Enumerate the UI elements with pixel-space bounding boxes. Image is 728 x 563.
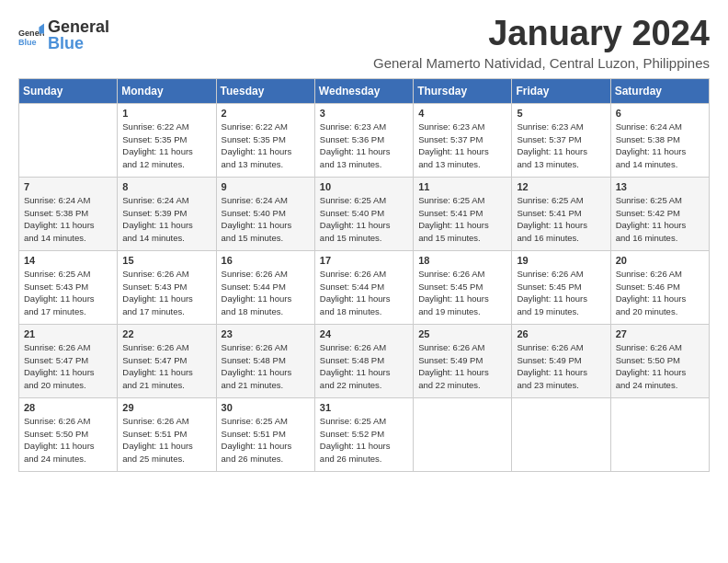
calendar-cell: 5Sunrise: 6:23 AM Sunset: 5:37 PM Daylig… [512, 103, 610, 177]
day-number: 24 [320, 328, 408, 339]
calendar-cell: 25Sunrise: 6:26 AM Sunset: 5:49 PM Dayli… [414, 324, 512, 397]
day-number: 27 [616, 328, 704, 339]
day-number: 14 [24, 255, 112, 266]
calendar-cell: 12Sunrise: 6:25 AM Sunset: 5:41 PM Dayli… [512, 177, 610, 250]
day-info: Sunrise: 6:26 AM Sunset: 5:44 PM Dayligh… [222, 268, 310, 318]
calendar-cell: 31Sunrise: 6:25 AM Sunset: 5:52 PM Dayli… [314, 397, 413, 471]
logo-blue: Blue [48, 35, 109, 52]
day-number: 16 [222, 255, 310, 266]
day-info: Sunrise: 6:24 AM Sunset: 5:39 PM Dayligh… [122, 194, 210, 245]
calendar-cell: 27Sunrise: 6:26 AM Sunset: 5:50 PM Dayli… [610, 324, 709, 397]
day-number: 30 [222, 402, 310, 413]
calendar-cell [512, 397, 610, 471]
day-number: 7 [24, 181, 112, 192]
calendar-cell: 28Sunrise: 6:26 AM Sunset: 5:50 PM Dayli… [19, 397, 118, 471]
location-title: General Mamerto Natividad, Central Luzon… [373, 55, 710, 71]
day-number: 10 [320, 181, 408, 192]
day-info: Sunrise: 6:24 AM Sunset: 5:38 PM Dayligh… [24, 194, 112, 245]
calendar-week-5: 28Sunrise: 6:26 AM Sunset: 5:50 PM Dayli… [19, 397, 710, 471]
calendar-cell: 22Sunrise: 6:26 AM Sunset: 5:47 PM Dayli… [118, 324, 216, 397]
calendar-cell: 18Sunrise: 6:26 AM Sunset: 5:45 PM Dayli… [414, 250, 512, 324]
day-info: Sunrise: 6:23 AM Sunset: 5:37 PM Dayligh… [517, 121, 605, 171]
day-info: Sunrise: 6:25 AM Sunset: 5:52 PM Dayligh… [320, 415, 408, 465]
day-info: Sunrise: 6:26 AM Sunset: 5:43 PM Dayligh… [122, 268, 210, 318]
day-info: Sunrise: 6:26 AM Sunset: 5:50 PM Dayligh… [616, 341, 704, 392]
day-number: 20 [616, 255, 704, 266]
weekday-header-wednesday: Wednesday [314, 78, 413, 103]
calendar-cell: 30Sunrise: 6:25 AM Sunset: 5:51 PM Dayli… [216, 397, 314, 471]
weekday-header-row: SundayMondayTuesdayWednesdayThursdayFrid… [19, 78, 710, 103]
calendar-cell: 7Sunrise: 6:24 AM Sunset: 5:38 PM Daylig… [19, 177, 118, 250]
logo-general: General [48, 18, 109, 35]
logo: General Blue General Blue [18, 18, 109, 52]
day-info: Sunrise: 6:25 AM Sunset: 5:51 PM Dayligh… [222, 415, 310, 465]
calendar-body: 1Sunrise: 6:22 AM Sunset: 5:35 PM Daylig… [19, 103, 710, 471]
calendar-cell: 8Sunrise: 6:24 AM Sunset: 5:39 PM Daylig… [118, 177, 216, 250]
calendar-cell: 23Sunrise: 6:26 AM Sunset: 5:48 PM Dayli… [216, 324, 314, 397]
svg-text:Blue: Blue [18, 38, 37, 47]
day-info: Sunrise: 6:26 AM Sunset: 5:48 PM Dayligh… [222, 341, 310, 392]
day-number: 22 [122, 328, 210, 339]
day-info: Sunrise: 6:26 AM Sunset: 5:51 PM Dayligh… [122, 415, 210, 465]
svg-marker-2 [39, 23, 44, 33]
day-number: 17 [320, 255, 408, 266]
day-info: Sunrise: 6:22 AM Sunset: 5:35 PM Dayligh… [122, 121, 210, 171]
day-number: 2 [222, 108, 310, 119]
weekday-header-friday: Friday [512, 78, 610, 103]
calendar-week-4: 21Sunrise: 6:26 AM Sunset: 5:47 PM Dayli… [19, 324, 710, 397]
day-number: 12 [517, 181, 605, 192]
day-number: 3 [320, 108, 408, 119]
calendar-cell: 29Sunrise: 6:26 AM Sunset: 5:51 PM Dayli… [118, 397, 216, 471]
calendar-cell [414, 397, 512, 471]
day-info: Sunrise: 6:26 AM Sunset: 5:45 PM Dayligh… [517, 268, 605, 318]
calendar-cell: 24Sunrise: 6:26 AM Sunset: 5:48 PM Dayli… [314, 324, 413, 397]
day-number: 18 [418, 255, 506, 266]
calendar-cell: 15Sunrise: 6:26 AM Sunset: 5:43 PM Dayli… [118, 250, 216, 324]
calendar-cell: 3Sunrise: 6:23 AM Sunset: 5:36 PM Daylig… [314, 103, 413, 177]
day-info: Sunrise: 6:26 AM Sunset: 5:46 PM Dayligh… [616, 268, 704, 318]
day-number: 29 [122, 402, 210, 413]
day-number: 25 [418, 328, 506, 339]
weekday-header-tuesday: Tuesday [216, 78, 314, 103]
day-number: 31 [320, 402, 408, 413]
day-info: Sunrise: 6:26 AM Sunset: 5:47 PM Dayligh… [24, 341, 112, 392]
day-info: Sunrise: 6:25 AM Sunset: 5:40 PM Dayligh… [320, 194, 408, 245]
day-info: Sunrise: 6:26 AM Sunset: 5:45 PM Dayligh… [418, 268, 506, 318]
day-info: Sunrise: 6:26 AM Sunset: 5:48 PM Dayligh… [320, 341, 408, 392]
calendar-cell: 1Sunrise: 6:22 AM Sunset: 5:35 PM Daylig… [118, 103, 216, 177]
day-info: Sunrise: 6:23 AM Sunset: 5:36 PM Dayligh… [320, 121, 408, 171]
day-number: 11 [418, 181, 506, 192]
day-info: Sunrise: 6:23 AM Sunset: 5:37 PM Dayligh… [418, 121, 506, 171]
day-number: 23 [222, 328, 310, 339]
day-info: Sunrise: 6:22 AM Sunset: 5:35 PM Dayligh… [222, 121, 310, 171]
month-title: January 2024 [373, 15, 710, 53]
day-info: Sunrise: 6:25 AM Sunset: 5:43 PM Dayligh… [24, 268, 112, 318]
calendar-cell: 6Sunrise: 6:24 AM Sunset: 5:38 PM Daylig… [610, 103, 709, 177]
weekday-header-thursday: Thursday [414, 78, 512, 103]
weekday-header-monday: Monday [118, 78, 216, 103]
calendar-cell: 11Sunrise: 6:25 AM Sunset: 5:41 PM Dayli… [414, 177, 512, 250]
header: General Blue General Blue January 2024 G… [18, 15, 710, 71]
day-number: 9 [222, 181, 310, 192]
day-number: 1 [122, 108, 210, 119]
calendar-cell: 9Sunrise: 6:24 AM Sunset: 5:40 PM Daylig… [216, 177, 314, 250]
day-info: Sunrise: 6:26 AM Sunset: 5:44 PM Dayligh… [320, 268, 408, 318]
day-number: 28 [24, 402, 112, 413]
calendar-cell [610, 397, 709, 471]
calendar-cell: 14Sunrise: 6:25 AM Sunset: 5:43 PM Dayli… [19, 250, 118, 324]
day-info: Sunrise: 6:25 AM Sunset: 5:42 PM Dayligh… [616, 194, 704, 245]
calendar-cell: 17Sunrise: 6:26 AM Sunset: 5:44 PM Dayli… [314, 250, 413, 324]
day-number: 4 [418, 108, 506, 119]
day-number: 5 [517, 108, 605, 119]
day-number: 8 [122, 181, 210, 192]
calendar-cell: 10Sunrise: 6:25 AM Sunset: 5:40 PM Dayli… [314, 177, 413, 250]
calendar-cell: 4Sunrise: 6:23 AM Sunset: 5:37 PM Daylig… [414, 103, 512, 177]
calendar-cell: 2Sunrise: 6:22 AM Sunset: 5:35 PM Daylig… [216, 103, 314, 177]
day-number: 13 [616, 181, 704, 192]
calendar-cell [19, 103, 118, 177]
calendar-week-3: 14Sunrise: 6:25 AM Sunset: 5:43 PM Dayli… [19, 250, 710, 324]
day-number: 21 [24, 328, 112, 339]
day-number: 26 [517, 328, 605, 339]
calendar-cell: 19Sunrise: 6:26 AM Sunset: 5:45 PM Dayli… [512, 250, 610, 324]
weekday-header-saturday: Saturday [610, 78, 709, 103]
